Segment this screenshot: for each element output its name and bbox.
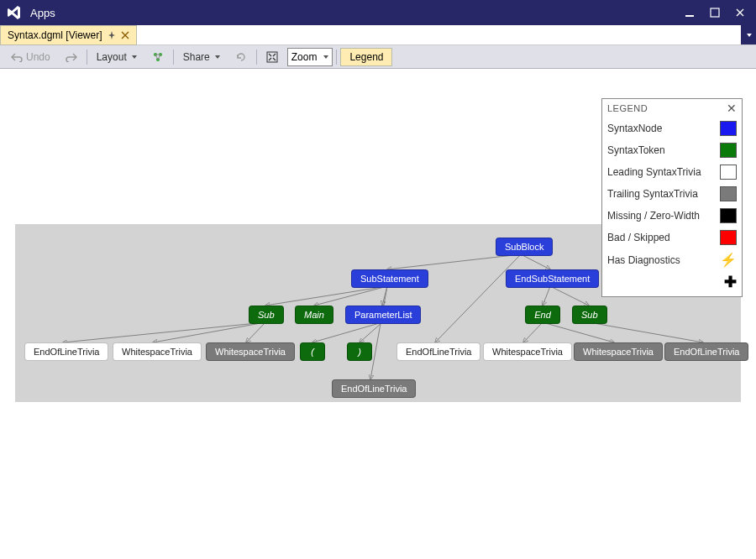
graph-node-sub1[interactable]: Sub — [249, 306, 284, 324]
zoom-dropdown[interactable]: Zoom — [287, 48, 333, 66]
legend-diagnostics-label: Has Diagnostics — [607, 254, 680, 266]
graph-node-main[interactable]: Main — [295, 306, 333, 324]
close-button[interactable] — [727, 0, 753, 25]
graph-node-eol4[interactable]: EndOfLineTrivia — [332, 379, 416, 398]
svg-rect-0 — [685, 15, 694, 17]
legend-swatch — [720, 208, 737, 223]
document-tabstrip: Syntax.dgml [Viewer] — [0, 25, 756, 45]
graph-node-substmt[interactable]: SubStatement — [351, 269, 428, 288]
quick-cluster-button[interactable] — [146, 48, 170, 66]
redo-button[interactable] — [60, 48, 83, 66]
legend-item[interactable]: Bad / Skipped — [602, 227, 742, 248]
legend-toggle-button[interactable]: Legend — [340, 48, 392, 66]
graph-node-lparen[interactable]: ( — [300, 342, 325, 361]
tab-close-icon[interactable] — [121, 31, 129, 39]
redo-icon — [66, 52, 77, 62]
maximize-button[interactable] — [702, 0, 727, 25]
legend-item[interactable]: SyntaxToken — [602, 139, 742, 161]
graph-canvas[interactable]: SubBlockSubStatementEndSubStatementSubMa… — [0, 69, 756, 559]
graph-node-eol2[interactable]: EndOfLineTrivia — [396, 342, 480, 361]
graph-node-eol3[interactable]: EndOfLineTrivia — [664, 342, 748, 361]
tabstrip-active-files-dropdown[interactable] — [741, 25, 756, 44]
svg-rect-1 — [711, 8, 719, 17]
graph-toolbar: Undo Layout Share Zoom Legend — [0, 45, 756, 69]
legend-swatch — [720, 165, 737, 180]
graph-node-ws2[interactable]: WhitespaceTrivia — [206, 342, 295, 361]
vs-logo-icon — [7, 5, 22, 20]
cluster-icon — [152, 51, 164, 63]
legend-item[interactable]: Trailing SyntaxTrivia — [602, 183, 742, 205]
legend-item[interactable]: SyntaxNode — [602, 118, 742, 139]
graph-node-ws4[interactable]: WhitespaceTrivia — [574, 342, 663, 361]
svg-rect-5 — [267, 52, 277, 62]
legend-close-icon[interactable]: ✕ — [727, 102, 738, 114]
lightning-icon: ⚡ — [720, 252, 737, 268]
fit-to-screen-button[interactable] — [260, 48, 284, 66]
graph-node-end[interactable]: End — [525, 306, 560, 324]
pin-icon[interactable] — [108, 31, 116, 39]
refresh-button[interactable] — [229, 48, 253, 66]
legend-item-label: SyntaxToken — [607, 144, 665, 156]
legend-item-label: Bad / Skipped — [607, 232, 670, 243]
graph-node-sub2[interactable]: Sub — [572, 306, 607, 324]
legend-item-label: Leading SyntaxTrivia — [607, 166, 701, 178]
graph-node-ws3[interactable]: WhitespaceTrivia — [483, 342, 572, 361]
undo-button[interactable]: Undo — [5, 48, 56, 66]
refresh-icon — [235, 52, 247, 62]
legend-item[interactable]: Missing / Zero-Width — [602, 205, 742, 227]
titlebar: Apps — [0, 0, 756, 25]
graph-node-endsubstmt[interactable]: EndSubStatement — [506, 269, 599, 288]
legend-swatch — [720, 186, 737, 201]
legend-item[interactable]: Leading SyntaxTrivia — [602, 161, 742, 183]
graph-node-rparen[interactable]: ) — [347, 342, 372, 361]
legend-title: LEGEND — [607, 103, 648, 113]
share-dropdown[interactable]: Share — [177, 48, 226, 66]
document-tab-label: Syntax.dgml [Viewer] — [8, 29, 102, 41]
minimize-button[interactable] — [677, 0, 702, 25]
layout-dropdown[interactable]: Layout — [91, 48, 143, 66]
graph-node-ws1[interactable]: WhitespaceTrivia — [113, 342, 202, 361]
graph-node-eol1[interactable]: EndOfLineTrivia — [24, 342, 108, 361]
legend-panel[interactable]: LEGEND ✕ SyntaxNodeSyntaxTokenLeading Sy… — [601, 98, 743, 297]
legend-swatch — [720, 143, 737, 158]
undo-icon — [11, 52, 23, 62]
legend-add-button[interactable]: ✚ — [602, 271, 742, 296]
document-tab[interactable]: Syntax.dgml [Viewer] — [0, 25, 137, 45]
app-title: Apps — [30, 7, 55, 19]
legend-swatch — [720, 121, 737, 136]
legend-swatch — [720, 230, 737, 245]
legend-item-label: Missing / Zero-Width — [607, 210, 700, 222]
legend-item-label: Trailing SyntaxTrivia — [607, 188, 698, 200]
graph-node-paramlist[interactable]: ParameterList — [345, 306, 421, 324]
graph-node-subblock[interactable]: SubBlock — [496, 238, 553, 256]
legend-item-label: SyntaxNode — [607, 123, 662, 134]
fit-icon — [266, 51, 278, 63]
